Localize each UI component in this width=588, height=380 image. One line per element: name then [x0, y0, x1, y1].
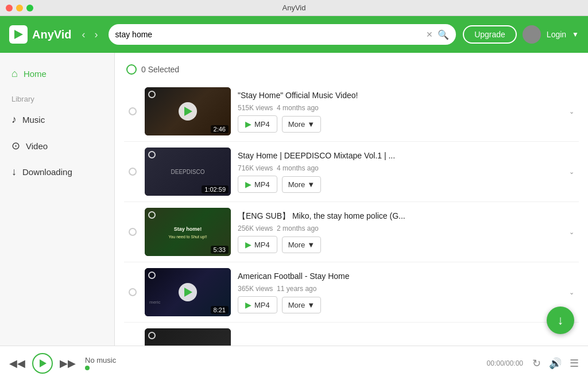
more-button[interactable]: More ▼ [282, 176, 322, 193]
duration-badge: 1:02:59 [202, 185, 229, 193]
thumb-radio[interactable] [148, 332, 156, 339]
titlebar: AnyVid [0, 0, 588, 16]
more-label: More [288, 120, 305, 129]
mp4-label: MP4 [254, 180, 270, 189]
play-icon [40, 359, 47, 367]
expand-icon[interactable]: ⌄ [569, 228, 574, 236]
more-button[interactable]: More ▼ [282, 116, 322, 133]
header: AnyVid ‹ › ✕ 🔍 Upgrade Login ▼ [0, 16, 588, 53]
item-title: "Stay Home" Official Music Video! [238, 90, 562, 100]
sidebar-downloading-label: Downloading [22, 167, 72, 177]
mp4-label: MP4 [254, 120, 270, 129]
row-radio-wrap [129, 228, 138, 236]
download-fab[interactable]: ↓ [547, 307, 574, 334]
close-button[interactable] [6, 5, 13, 11]
thumb-radio[interactable] [148, 91, 156, 98]
mp4-icon: ▶ [245, 119, 252, 129]
sidebar-home-label: Home [24, 69, 47, 79]
home-icon: ⌂ [11, 68, 18, 80]
mp4-label: MP4 [254, 241, 270, 249]
sidebar-item-home[interactable]: ⌂ Home [0, 62, 114, 86]
thumb-radio[interactable] [148, 272, 156, 279]
thumbnail: 2:46 [145, 87, 231, 135]
volume-button[interactable]: 🔊 [549, 357, 562, 370]
thumb-radio[interactable] [148, 211, 156, 219]
music-icon: ♪ [11, 114, 17, 126]
list-item: Live Lounge Allstars - Times Like These … [124, 323, 579, 346]
repeat-button[interactable]: ↻ [532, 357, 541, 370]
more-label: More [288, 180, 305, 189]
thumbnail: Stay home! You need to Shut up!! 5:33 [145, 208, 231, 256]
duration-badge: 2:46 [211, 125, 229, 133]
mp4-button[interactable]: ▶ MP4 [238, 236, 277, 253]
thumbnail [145, 328, 231, 346]
player-right-controls: ↻ 🔊 ☰ [532, 357, 579, 370]
previous-button[interactable]: ◀◀ [9, 357, 25, 370]
sidebar-item-music[interactable]: ♪ Music [0, 108, 114, 131]
player-time: 00:00/00:00 [487, 359, 523, 367]
mp4-button[interactable]: ▶ MP4 [238, 115, 277, 133]
item-actions: ▶ MP4 More ▼ [238, 236, 562, 253]
player-dot [85, 366, 90, 370]
sidebar: ⌂ Home Library ♪ Music ⊙ Video ↓ Downloa… [0, 53, 115, 346]
dropdown-arrow-icon[interactable]: ▼ [572, 30, 579, 38]
header-right: Upgrade Login ▼ [463, 25, 579, 44]
back-button[interactable]: ‹ [79, 26, 89, 43]
item-info: 【ENG SUB】 Miko, the stay home police (G.… [238, 211, 562, 253]
row-radio[interactable] [129, 288, 137, 296]
svg-marker-0 [14, 30, 23, 39]
expand-icon[interactable]: ⌄ [569, 289, 574, 296]
play-button[interactable] [32, 353, 53, 374]
mp4-button[interactable]: ▶ MP4 [238, 296, 277, 313]
more-chevron-icon: ▼ [307, 120, 315, 129]
search-icon[interactable]: 🔍 [438, 29, 449, 40]
more-chevron-icon: ▼ [307, 301, 315, 309]
item-actions: ▶ MP4 More ▼ [238, 115, 562, 133]
sidebar-library-label: Library [0, 88, 114, 106]
sidebar-item-video[interactable]: ⊙ Video [0, 134, 114, 158]
main-layout: ⌂ Home Library ♪ Music ⊙ Video ↓ Downloa… [0, 53, 588, 346]
sidebar-music-label: Music [22, 115, 45, 125]
row-radio-wrap [129, 288, 138, 296]
select-all-circle[interactable] [126, 64, 137, 75]
more-label: More [288, 301, 305, 309]
upgrade-button[interactable]: Upgrade [463, 25, 517, 44]
expand-icon[interactable]: ⌄ [569, 168, 574, 176]
mp4-icon: ▶ [245, 180, 252, 189]
more-button[interactable]: More ▼ [282, 236, 322, 253]
maximize-button[interactable] [26, 5, 33, 11]
row-radio[interactable] [129, 228, 137, 236]
player-info: No music [85, 356, 478, 370]
thumb-radio[interactable] [148, 151, 156, 158]
window-controls[interactable] [6, 5, 33, 11]
mp4-button[interactable]: ▶ MP4 [238, 176, 277, 193]
item-title: American Football - Stay Home [238, 271, 562, 281]
download-icon: ↓ [11, 166, 17, 178]
item-title: Stay Home | DEEPDISCO Mixtape Vol.1 | ..… [238, 150, 562, 161]
sidebar-item-downloading[interactable]: ↓ Downloading [0, 160, 114, 184]
item-actions: ▶ MP4 More ▼ [238, 176, 562, 193]
search-input[interactable] [115, 30, 422, 39]
expand-icon[interactable]: ⌄ [569, 108, 574, 115]
login-label[interactable]: Login [547, 30, 566, 39]
item-actions: ▶ MP4 More ▼ [238, 296, 562, 313]
more-chevron-icon: ▼ [307, 180, 315, 189]
list-item: meric 8:21 American Football - Stay Home… [124, 262, 579, 323]
search-clear-icon[interactable]: ✕ [426, 30, 433, 39]
row-radio-wrap [129, 168, 138, 176]
forward-button[interactable]: › [91, 26, 102, 43]
row-radio[interactable] [129, 168, 137, 176]
item-title: 【ENG SUB】 Miko, the stay home police (G.… [238, 211, 562, 221]
next-button[interactable]: ▶▶ [60, 357, 76, 370]
playlist-button[interactable]: ☰ [570, 357, 579, 370]
bottom-player: ◀◀ ▶▶ No music 00:00/00:00 ↻ 🔊 ☰ [0, 346, 588, 380]
minimize-button[interactable] [16, 5, 23, 11]
search-bar: ✕ 🔍 [109, 24, 457, 45]
item-meta: 515K views 4 months ago [238, 104, 562, 112]
nav-buttons[interactable]: ‹ › [79, 26, 102, 43]
item-meta: 365K views 11 years ago [238, 285, 562, 293]
more-label: More [288, 241, 305, 249]
more-button[interactable]: More ▼ [282, 297, 322, 313]
list-item: 2:46 "Stay Home" Official Music Video! 5… [124, 82, 579, 142]
row-radio[interactable] [129, 107, 137, 115]
